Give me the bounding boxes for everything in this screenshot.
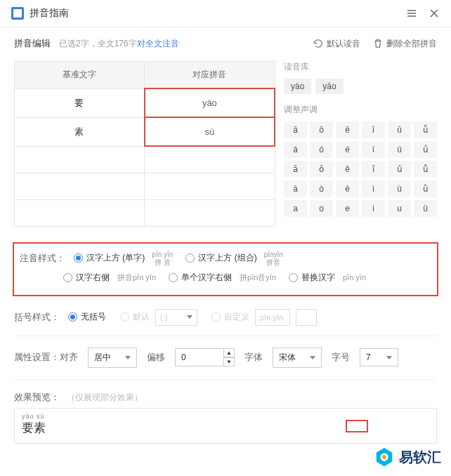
delete-all-label: 删除全部拼音 bbox=[386, 38, 437, 50]
tone-cell[interactable]: ǔ bbox=[388, 161, 411, 178]
tone-cell[interactable]: e bbox=[336, 200, 359, 217]
tone-cell[interactable]: ū bbox=[388, 121, 411, 138]
tone-cell[interactable]: ǚ bbox=[414, 161, 437, 178]
reading-bank-label: 读音库 bbox=[284, 61, 437, 73]
preview-box: yào sù 要素 bbox=[14, 408, 437, 444]
table-row[interactable]: 要 yào bbox=[15, 88, 275, 117]
tone-cell[interactable]: à bbox=[284, 180, 307, 197]
annotate-all-link[interactable]: 对全文注音 bbox=[137, 38, 179, 50]
tone-cell[interactable]: ó bbox=[310, 141, 333, 158]
bracket-label: 括号样式： bbox=[14, 311, 60, 324]
tone-grid: āōēīūǖáóéíúǘǎǒěǐǔǚàòèìùǜaoeiuü bbox=[284, 121, 437, 217]
selection-info: 已选2字，全文176字 bbox=[59, 38, 137, 50]
close-icon[interactable] bbox=[429, 8, 440, 19]
tone-cell[interactable]: ǜ bbox=[414, 180, 437, 197]
radio-icon bbox=[211, 312, 221, 322]
tone-adjust-label: 调整声调 bbox=[284, 104, 437, 116]
bracket-custom-input2[interactable] bbox=[296, 309, 317, 326]
chevron-down-icon bbox=[386, 356, 392, 359]
tone-cell[interactable]: é bbox=[336, 141, 359, 158]
font-label: 字体 bbox=[244, 351, 263, 364]
radio-icon bbox=[120, 312, 129, 322]
trash-icon bbox=[373, 39, 383, 48]
tone-cell[interactable]: ü bbox=[414, 200, 437, 217]
pinyin-cell[interactable]: yào bbox=[145, 88, 275, 117]
toolbar: 拼音编辑 已选2字，全文176字 对全文注音 默认读音 删除全部拼音 bbox=[0, 27, 451, 55]
delete-all-button[interactable]: 删除全部拼音 bbox=[373, 38, 437, 50]
radio-icon bbox=[185, 253, 195, 263]
property-section: 属性设置：对齐 居中 偏移 0 ▲ ▼ 字体 宋体 字号 7 bbox=[0, 339, 451, 376]
logo-icon bbox=[374, 447, 395, 468]
tone-cell[interactable]: ě bbox=[336, 161, 359, 178]
offset-down[interactable]: ▼ bbox=[223, 357, 235, 366]
menu-icon[interactable] bbox=[406, 8, 417, 19]
tone-cell[interactable]: ī bbox=[362, 121, 385, 138]
chevron-down-icon bbox=[187, 315, 192, 319]
default-reading-button[interactable]: 默认读音 bbox=[313, 38, 360, 50]
style-sample: pīn yīn bbox=[343, 273, 366, 282]
tone-cell[interactable]: á bbox=[284, 141, 307, 158]
tone-cell[interactable]: ù bbox=[388, 180, 411, 197]
style-option-each-right[interactable]: 单个汉字右侧 bbox=[169, 272, 232, 284]
table-row bbox=[15, 146, 275, 173]
font-select[interactable]: 宋体 bbox=[273, 348, 322, 368]
size-select[interactable]: 7 bbox=[360, 348, 398, 366]
tone-cell[interactable]: a bbox=[284, 200, 307, 217]
reading-chip[interactable]: yāo bbox=[315, 79, 343, 94]
tone-cell[interactable]: ā bbox=[284, 121, 307, 138]
align-label: 属性设置：对齐 bbox=[14, 351, 78, 364]
highlight-marker bbox=[346, 420, 368, 432]
pinyin-cell[interactable]: sù bbox=[145, 117, 275, 146]
annotation-style-section: 注音样式： 汉字上方 (单字) pīn yīn拼 音 汉字上方 (组合) pīn… bbox=[13, 242, 438, 296]
tone-cell[interactable]: ǖ bbox=[414, 121, 437, 138]
tone-cell[interactable]: è bbox=[336, 180, 359, 197]
chevron-down-icon bbox=[310, 356, 315, 359]
style-option-right[interactable]: 汉字右侧 bbox=[63, 272, 110, 284]
character-table: 基准文字 对应拼音 要 yào 素 sù bbox=[14, 61, 275, 227]
reading-chip[interactable]: yào bbox=[284, 79, 311, 94]
tone-cell[interactable]: ú bbox=[388, 141, 411, 158]
style-option-replace[interactable]: 替换汉字 bbox=[289, 272, 335, 284]
app-icon bbox=[11, 7, 24, 20]
tone-cell[interactable]: í bbox=[362, 141, 385, 158]
refresh-icon bbox=[313, 39, 323, 48]
title-bar: 拼音指南 bbox=[0, 0, 451, 27]
tone-cell[interactable]: ǒ bbox=[310, 161, 333, 178]
align-select[interactable]: 居中 bbox=[88, 348, 137, 368]
bracket-option-custom[interactable]: 自定义 bbox=[211, 311, 249, 323]
preview-note: （仅展现部分效果） bbox=[67, 392, 143, 402]
size-label: 字号 bbox=[332, 351, 350, 364]
tone-cell[interactable]: ò bbox=[310, 180, 333, 197]
offset-input[interactable]: 0 bbox=[175, 348, 224, 366]
tone-cell[interactable]: u bbox=[388, 200, 411, 217]
tone-cell[interactable]: ō bbox=[310, 121, 333, 138]
bracket-option-none[interactable]: 无括号 bbox=[68, 311, 106, 323]
tone-cell[interactable]: ǘ bbox=[414, 141, 437, 158]
radio-icon bbox=[74, 253, 83, 263]
divider bbox=[14, 336, 437, 336]
divider bbox=[14, 379, 437, 380]
chevron-down-icon bbox=[125, 356, 131, 359]
brand-logo: 易软汇 bbox=[374, 447, 441, 468]
default-reading-label: 默认读音 bbox=[327, 38, 360, 50]
style-option-above-single[interactable]: 汉字上方 (单字) bbox=[74, 252, 145, 264]
style-sample: pīnyīn拼音 bbox=[264, 251, 283, 266]
tone-cell[interactable]: ǎ bbox=[284, 161, 307, 178]
tone-cell[interactable]: o bbox=[310, 200, 333, 217]
bracket-default-select[interactable]: ( ) bbox=[155, 309, 197, 326]
char-cell: 素 bbox=[15, 117, 145, 146]
style-option-above-combined[interactable]: 汉字上方 (组合) bbox=[185, 252, 256, 264]
bracket-option-default[interactable]: 默认 bbox=[120, 311, 150, 323]
table-row bbox=[15, 173, 275, 199]
bracket-custom-input[interactable]: pīn yīn bbox=[255, 309, 290, 326]
tone-cell[interactable]: i bbox=[362, 200, 385, 217]
tone-cell[interactable]: ì bbox=[362, 180, 385, 197]
col-pinyin: 对应拼音 bbox=[145, 62, 275, 89]
tone-cell[interactable]: ē bbox=[336, 121, 359, 138]
offset-up[interactable]: ▲ bbox=[223, 348, 235, 357]
radio-icon bbox=[68, 312, 77, 322]
tone-cell[interactable]: ǐ bbox=[362, 161, 385, 178]
style-sample: 拼pīn音yīn bbox=[240, 272, 276, 283]
edit-label: 拼音编辑 bbox=[14, 37, 51, 50]
table-row[interactable]: 素 sù bbox=[15, 117, 275, 146]
